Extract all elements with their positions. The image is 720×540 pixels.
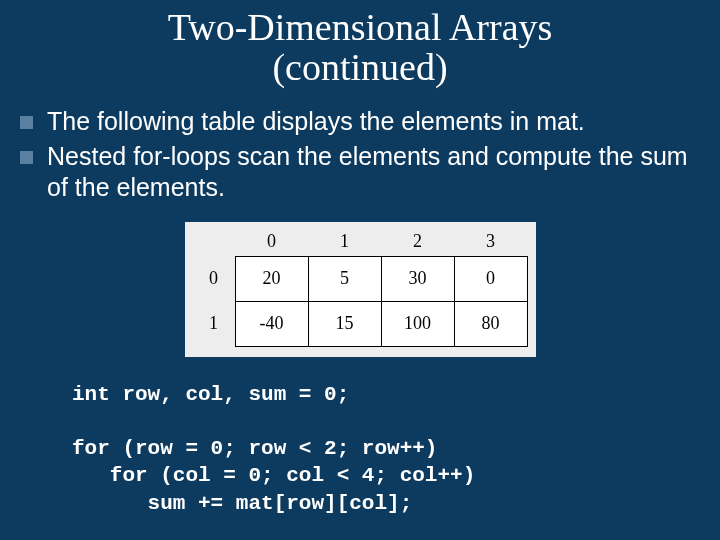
col-header: 2 [381, 228, 454, 257]
col-header: 0 [235, 228, 308, 257]
slide: Two-Dimensional Arrays (continued) The f… [0, 0, 720, 540]
bullet-text: The following table displays the element… [47, 106, 585, 137]
title-line-1: Two-Dimensional Arrays [168, 6, 553, 48]
slide-title: Two-Dimensional Arrays (continued) [0, 0, 720, 88]
bullet-text: Nested for-loops scan the elements and c… [47, 141, 708, 204]
row-header: 1 [193, 301, 236, 346]
bullet-icon [20, 151, 33, 164]
table-cell: 20 [235, 256, 308, 301]
bullet-icon [20, 116, 33, 129]
matrix-table: 0 1 2 3 0 20 5 30 0 1 -40 15 100 8 [193, 228, 528, 347]
table-corner [193, 228, 236, 257]
table-container: 0 1 2 3 0 20 5 30 0 1 -40 15 100 8 [0, 222, 720, 357]
col-header: 3 [454, 228, 527, 257]
code-snippet: int row, col, sum = 0; for (row = 0; row… [72, 381, 720, 517]
table-cell: 5 [308, 256, 381, 301]
matrix-table-frame: 0 1 2 3 0 20 5 30 0 1 -40 15 100 8 [185, 222, 536, 357]
table-cell: 100 [381, 301, 454, 346]
row-header: 0 [193, 256, 236, 301]
bullet-list: The following table displays the element… [0, 106, 720, 204]
bullet-item: Nested for-loops scan the elements and c… [20, 141, 708, 204]
bullet-item: The following table displays the element… [20, 106, 708, 137]
table-cell: 80 [454, 301, 527, 346]
col-header: 1 [308, 228, 381, 257]
table-cell: 0 [454, 256, 527, 301]
table-cell: 15 [308, 301, 381, 346]
title-line-2: (continued) [272, 46, 447, 88]
table-cell: -40 [235, 301, 308, 346]
table-cell: 30 [381, 256, 454, 301]
